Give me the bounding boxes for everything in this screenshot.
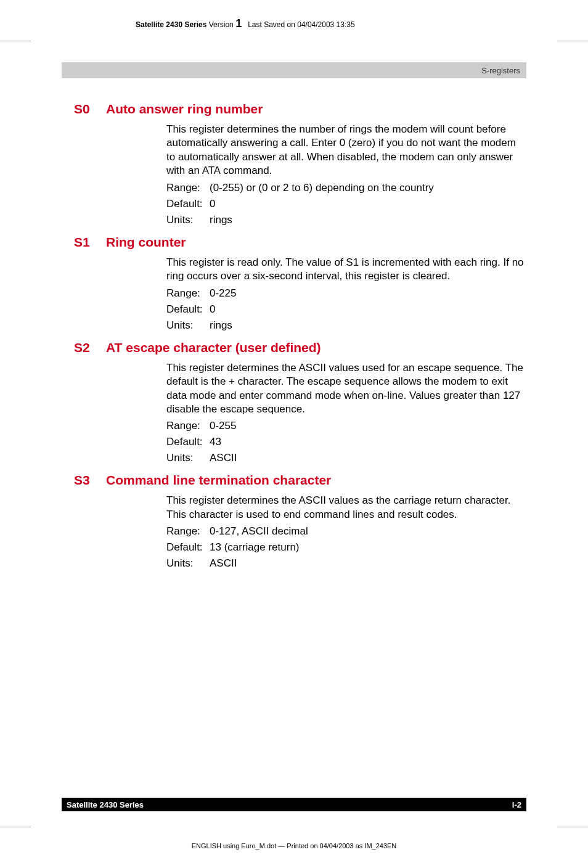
- range-value: 0-255: [210, 420, 236, 432]
- units-row: Units: ASCII: [166, 452, 526, 464]
- crop-mark: [0, 41, 31, 41]
- units-value: rings: [210, 319, 232, 332]
- register-code: S0: [74, 102, 106, 117]
- default-value: 43: [210, 436, 221, 448]
- section-body-s3: This register determines the ASCII value…: [166, 494, 526, 570]
- default-label: Default:: [166, 541, 210, 554]
- section-heading-s0: S0 Auto answer ring number: [74, 102, 526, 117]
- default-value: 13 (carriage return): [210, 541, 300, 554]
- register-title: Ring counter: [106, 235, 186, 250]
- section-description: This register determines the ASCII value…: [166, 494, 526, 522]
- register-code: S1: [74, 235, 106, 250]
- section-body-s2: This register determines the ASCII value…: [166, 361, 526, 465]
- section-description: This register determines the ASCII value…: [166, 361, 526, 417]
- default-label: Default:: [166, 303, 210, 316]
- default-value: 0: [210, 303, 215, 316]
- document-header: Satellite 2430 Series Version 1 Last Sav…: [62, 0, 526, 30]
- register-code: S2: [74, 340, 106, 355]
- units-label: Units:: [166, 214, 210, 226]
- range-row: Range: 0-225: [166, 287, 526, 300]
- range-value: 0-127, ASCII decimal: [210, 525, 308, 538]
- range-row: Range: 0-127, ASCII decimal: [166, 525, 526, 538]
- footer-left: Satellite 2430 Series: [67, 800, 144, 809]
- range-value: 0-225: [210, 287, 236, 300]
- footer-right: I-2: [512, 800, 521, 809]
- section-heading-s1: S1 Ring counter: [74, 235, 526, 250]
- section-description: This register is read only. The value of…: [166, 256, 526, 284]
- section-body-s1: This register is read only. The value of…: [166, 256, 526, 332]
- units-row: Units: ASCII: [166, 557, 526, 570]
- units-row: Units: rings: [166, 214, 526, 226]
- range-row: Range: (0-255) or (0 or 2 to 6) dependin…: [166, 182, 526, 194]
- units-label: Units:: [166, 452, 210, 464]
- units-label: Units:: [166, 557, 210, 570]
- saved-timestamp: Last Saved on 04/04/2003 13:35: [248, 20, 354, 29]
- default-row: Default: 13 (carriage return): [166, 541, 526, 554]
- range-label: Range:: [166, 182, 210, 194]
- range-value: (0-255) or (0 or 2 to 6) depending on th…: [210, 182, 434, 194]
- register-title: AT escape character (user defined): [106, 340, 321, 355]
- main-content: S0 Auto answer ring number This register…: [62, 78, 526, 570]
- page-footer-bar: Satellite 2430 Series I-2: [62, 798, 526, 811]
- range-label: Range:: [166, 525, 210, 538]
- page-content: Satellite 2430 Series Version 1 Last Sav…: [0, 0, 588, 570]
- banner-right-text: S-registers: [481, 66, 520, 75]
- print-info-line: ENGLISH using Euro_M.dot — Printed on 04…: [0, 842, 588, 850]
- default-label: Default:: [166, 198, 210, 210]
- units-label: Units:: [166, 319, 210, 332]
- default-value: 0: [210, 198, 215, 210]
- default-label: Default:: [166, 436, 210, 448]
- section-description: This register determines the number of r…: [166, 123, 526, 178]
- section-banner: S-registers: [62, 62, 526, 78]
- default-row: Default: 43: [166, 436, 526, 448]
- range-row: Range: 0-255: [166, 420, 526, 432]
- series-name: Satellite 2430 Series: [136, 20, 206, 29]
- register-code: S3: [74, 473, 106, 488]
- default-row: Default: 0: [166, 303, 526, 316]
- section-heading-s3: S3 Command line termination character: [74, 473, 526, 488]
- version-number: 1: [235, 17, 242, 30]
- units-value: ASCII: [210, 452, 237, 464]
- default-row: Default: 0: [166, 198, 526, 210]
- version-label: Version: [209, 20, 234, 29]
- section-heading-s2: S2 AT escape character (user defined): [74, 340, 526, 355]
- crop-mark: [0, 827, 31, 827]
- range-label: Range:: [166, 287, 210, 300]
- register-title: Auto answer ring number: [106, 102, 263, 117]
- crop-mark: [557, 41, 588, 41]
- crop-mark: [557, 827, 588, 827]
- units-value: ASCII: [210, 557, 237, 570]
- units-value: rings: [210, 214, 232, 226]
- range-label: Range:: [166, 420, 210, 432]
- register-title: Command line termination character: [106, 473, 331, 488]
- units-row: Units: rings: [166, 319, 526, 332]
- section-body-s0: This register determines the number of r…: [166, 123, 526, 226]
